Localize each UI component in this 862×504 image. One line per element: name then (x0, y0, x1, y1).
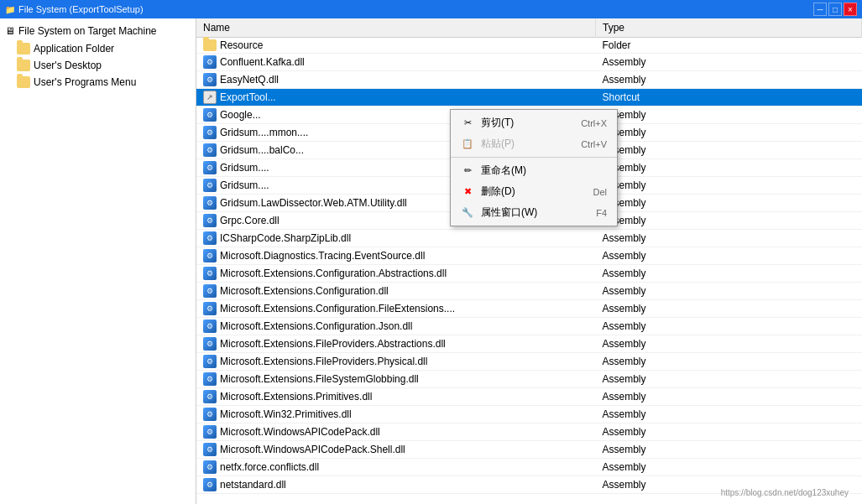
file-type-cell: Assembly (596, 195, 862, 212)
context-menu-shortcut: F4 (596, 208, 607, 218)
context-menu-item-0[interactable]: ✂剪切(T)Ctrl+X (451, 112, 617, 133)
file-name-wrapper: ⚙Microsoft.Extensions.Primitives.dll (203, 390, 589, 403)
file-name-cell: ⚙ICSharpCode.SharpZipLib.dll (196, 230, 596, 247)
shortcut-icon: ↗ (203, 91, 217, 104)
folder-row-icon (203, 39, 217, 51)
context-menu-item-5[interactable]: 🔧属性窗口(W)F4 (451, 202, 617, 223)
table-row[interactable]: ⚙Confluent.Kafka.dllAssembly (196, 54, 862, 71)
context-menu-item-3[interactable]: ✏重命名(M) (451, 160, 617, 181)
title-bar: 📁 File System (ExportToolSetup) ─ □ × (0, 0, 862, 18)
table-row[interactable]: ⚙Microsoft.Extensions.Configuration.File… (196, 300, 862, 318)
table-row[interactable]: ⚙Microsoft.Extensions.FileSystemGlobbing… (196, 371, 862, 388)
file-name-wrapper: ⚙Microsoft.Extensions.Configuration.Json… (203, 320, 589, 333)
table-row[interactable]: ⚙Microsoft.Diagnostics.Tracing.EventSour… (196, 247, 862, 265)
table-row[interactable]: ↗ExportTool...Shortcut (196, 89, 862, 107)
rename-icon: ✏ (461, 164, 474, 178)
file-name-wrapper: ⚙ICSharpCode.SharpZipLib.dll (203, 231, 589, 245)
file-name-cell: ⚙Microsoft.WindowsAPICodePack.dll (196, 423, 596, 441)
sidebar-root[interactable]: 🖥 File System on Target Machine (0, 22, 196, 40)
sidebar-item-users-desktop[interactable]: User's Desktop (0, 57, 196, 74)
assembly-icon: ⚙ (203, 267, 217, 280)
file-name-wrapper: ⚙Confluent.Kafka.dll (203, 55, 589, 69)
file-type-cell: Assembly (596, 283, 862, 300)
context-menu-item-4[interactable]: ✖删除(D)Del (451, 181, 617, 202)
table-row[interactable]: ⚙ICSharpCode.SharpZipLib.dllAssembly (196, 230, 862, 247)
watermark: https://blog.csdn.net/dog123xuhey (721, 488, 849, 497)
table-row[interactable]: ⚙Microsoft.WindowsAPICodePack.dllAssembl… (196, 423, 862, 441)
column-type[interactable]: Type (596, 18, 862, 38)
paste-icon: 📋 (461, 138, 474, 151)
file-name-wrapper: ⚙netfx.force.conflicts.dll (203, 460, 589, 474)
assembly-icon: ⚙ (203, 73, 217, 86)
file-type-cell: Assembly (596, 318, 862, 335)
table-row[interactable]: ⚙Microsoft.Extensions.Configuration.Abst… (196, 265, 862, 283)
table-row[interactable]: ⚙Microsoft.Extensions.Primitives.dllAsse… (196, 388, 862, 406)
assembly-icon: ⚙ (203, 337, 217, 351)
context-menu-item-1: 📋粘贴(P)Ctrl+V (451, 133, 617, 154)
file-name-text: Microsoft.Win32.Primitives.dll (220, 408, 352, 420)
file-name-cell: ⚙Microsoft.Extensions.Primitives.dll (196, 388, 596, 406)
sidebar-item-programs-menu[interactable]: User's Programs Menu (0, 74, 196, 91)
file-name-text: Gridsum.... (220, 179, 269, 191)
file-type-cell: Assembly (596, 353, 862, 371)
close-button[interactable]: × (844, 3, 857, 16)
table-row[interactable]: ResourceFolder (196, 38, 862, 54)
context-menu-shortcut: Del (593, 187, 607, 197)
table-header-row: Name Type (196, 18, 862, 38)
file-name-text: Confluent.Kafka.dll (220, 56, 305, 68)
context-menu-item-label: 剪切(T) (481, 116, 514, 130)
table-row[interactable]: ⚙Microsoft.WindowsAPICodePack.Shell.dllA… (196, 441, 862, 459)
file-name-text: Microsoft.Extensions.Configuration.Json.… (220, 320, 412, 332)
file-type-cell: Assembly (596, 423, 862, 441)
table-row[interactable]: ⚙netfx.force.conflicts.dllAssembly (196, 459, 862, 476)
title-icon: 📁 (5, 5, 15, 14)
assembly-icon: ⚙ (203, 231, 217, 245)
file-table: Name Type ResourceFolder⚙Confluent.Kafka… (196, 18, 862, 494)
file-type-cell: Assembly (596, 107, 862, 124)
table-row[interactable]: ⚙Microsoft.Extensions.FileProviders.Abst… (196, 335, 862, 353)
minimize-button[interactable]: ─ (813, 3, 827, 16)
column-name[interactable]: Name (196, 18, 596, 38)
file-type-cell: Assembly (596, 388, 862, 406)
file-name-text: Gridsum....balCo... (220, 144, 304, 156)
file-name-text: Microsoft.Extensions.FileProviders.Abstr… (220, 338, 446, 350)
file-name-text: netfx.force.conflicts.dll (220, 461, 319, 473)
table-row[interactable]: ⚙Microsoft.Extensions.Configuration.Json… (196, 318, 862, 335)
assembly-icon: ⚙ (203, 196, 217, 210)
file-name-text: Microsoft.Extensions.Primitives.dll (220, 391, 372, 403)
assembly-icon: ⚙ (203, 408, 217, 421)
file-type-cell: Assembly (596, 371, 862, 388)
assembly-icon: ⚙ (203, 126, 217, 139)
assembly-icon: ⚙ (203, 320, 217, 333)
table-row[interactable]: ⚙Microsoft.Win32.Primitives.dllAssembly (196, 406, 862, 423)
file-name-cell: ⚙Confluent.Kafka.dll (196, 54, 596, 71)
file-name-cell: ⚙Microsoft.Extensions.Configuration.dll (196, 283, 596, 300)
file-name-cell: ⚙Microsoft.Extensions.FileProviders.Phys… (196, 353, 596, 371)
assembly-icon: ⚙ (203, 478, 217, 491)
sidebar-item-application-folder[interactable]: Application Folder (0, 40, 196, 57)
file-name-cell: ⚙Microsoft.Win32.Primitives.dll (196, 406, 596, 423)
file-type-cell: Assembly (596, 459, 862, 476)
file-name-cell: ⚙Microsoft.Extensions.Configuration.Abst… (196, 265, 596, 283)
maximize-button[interactable]: □ (828, 3, 842, 16)
file-name-text: Microsoft.WindowsAPICodePack.Shell.dll (220, 444, 405, 455)
file-name-cell: ⚙Microsoft.WindowsAPICodePack.Shell.dll (196, 441, 596, 459)
file-name-cell: Resource (196, 38, 596, 54)
file-name-text: EasyNetQ.dll (220, 74, 279, 86)
assembly-icon: ⚙ (203, 284, 217, 298)
table-row[interactable]: ⚙Microsoft.Extensions.FileProviders.Phys… (196, 353, 862, 371)
file-name-text: ICSharpCode.SharpZipLib.dll (220, 232, 351, 244)
file-type-cell: Assembly (596, 124, 862, 142)
context-menu: ✂剪切(T)Ctrl+X📋粘贴(P)Ctrl+V✏重命名(M)✖删除(D)Del… (450, 109, 618, 226)
file-name-text: Microsoft.Extensions.FileSystemGlobbing.… (220, 373, 419, 385)
properties-icon: 🔧 (461, 206, 474, 220)
file-type-cell: Assembly (596, 265, 862, 283)
file-name-cell: ⚙Microsoft.Extensions.Configuration.File… (196, 300, 596, 318)
table-row[interactable]: ⚙Microsoft.Extensions.Configuration.dllA… (196, 283, 862, 300)
assembly-icon: ⚙ (203, 355, 217, 368)
file-name-wrapper: ⚙Microsoft.Extensions.Configuration.dll (203, 284, 589, 298)
table-row[interactable]: ⚙EasyNetQ.dllAssembly (196, 71, 862, 89)
delete-icon: ✖ (461, 185, 474, 199)
sidebar-item-label-programs: User's Programs Menu (34, 76, 136, 88)
file-name-cell: ⚙Microsoft.Extensions.FileSystemGlobbing… (196, 371, 596, 388)
